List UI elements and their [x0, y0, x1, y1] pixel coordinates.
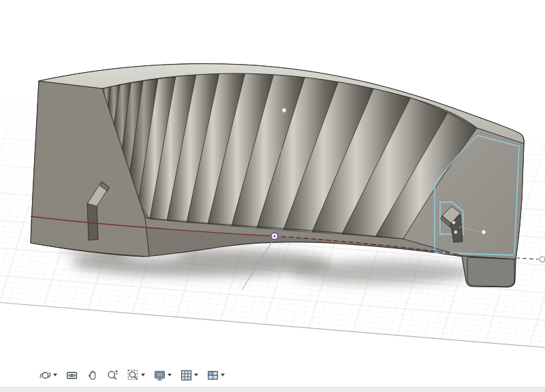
cad-viewport: [0, 0, 545, 392]
pan-hand-icon: [86, 369, 99, 382]
sketch-point-top[interactable]: [282, 108, 286, 112]
fit-button[interactable]: [125, 367, 141, 383]
orbit-icon: [39, 369, 52, 382]
fit-icon: [127, 369, 140, 382]
hook-point-a[interactable]: [452, 221, 455, 224]
extension-endpoint-circle[interactable]: [540, 257, 545, 262]
origin-point[interactable]: [271, 233, 278, 240]
window-bottom-strip: [0, 387, 545, 392]
zoom-button[interactable]: [104, 367, 121, 383]
pan-button[interactable]: [84, 367, 100, 383]
look-at-icon: [65, 369, 78, 382]
orbit-button[interactable]: [37, 367, 53, 383]
grid-icon: [180, 369, 193, 382]
viewports-button[interactable]: [204, 367, 221, 383]
grid-and-snaps-button[interactable]: [178, 367, 194, 383]
zoom-magnifier-icon: [106, 369, 119, 382]
display-settings-icon: [153, 369, 166, 382]
grid-dropdown-caret[interactable]: [194, 374, 198, 376]
viewports-dropdown-caret[interactable]: [221, 374, 225, 376]
hook-point-b[interactable]: [454, 231, 457, 233]
navigation-toolbar: [37, 365, 229, 385]
fit-dropdown-caret[interactable]: [141, 374, 145, 376]
scene-canvas: [0, 0, 545, 392]
right-foot-block[interactable]: [462, 256, 516, 287]
display-settings-button[interactable]: [151, 367, 168, 383]
look-at-button[interactable]: [63, 367, 80, 383]
viewports-icon: [206, 369, 219, 382]
display-settings-dropdown-caret[interactable]: [168, 374, 172, 376]
sketch-point-right[interactable]: [482, 230, 486, 234]
orbit-dropdown-caret[interactable]: [53, 374, 57, 376]
